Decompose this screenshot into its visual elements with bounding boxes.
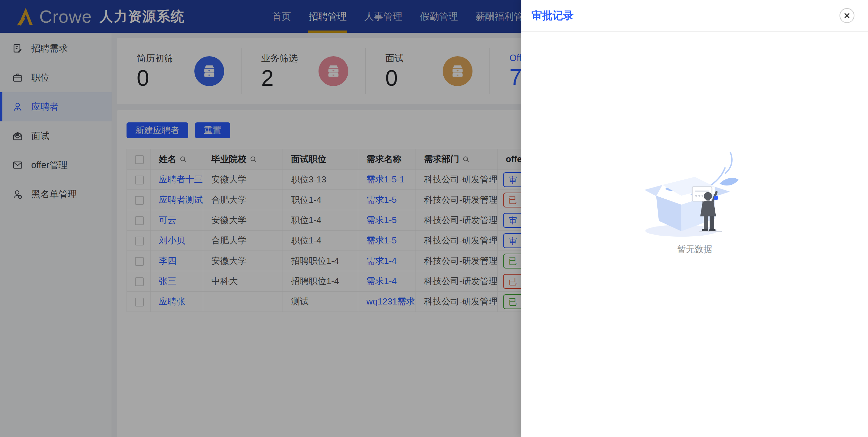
drawer-title: 审批记录 <box>532 8 574 23</box>
empty-text: 暂无数据 <box>521 243 868 255</box>
close-icon[interactable] <box>840 8 854 23</box>
empty-box-illustration-icon <box>636 145 753 240</box>
empty-state: 暂无数据 <box>521 145 868 255</box>
hr-system-app: Crowe 人力资源系统 首页招聘管理人事管理假勤管理薪酬福利管理审批管理 招聘… <box>0 0 868 437</box>
drawer-header: 审批记录 <box>521 0 868 32</box>
approval-drawer: 审批记录 <box>521 0 868 437</box>
